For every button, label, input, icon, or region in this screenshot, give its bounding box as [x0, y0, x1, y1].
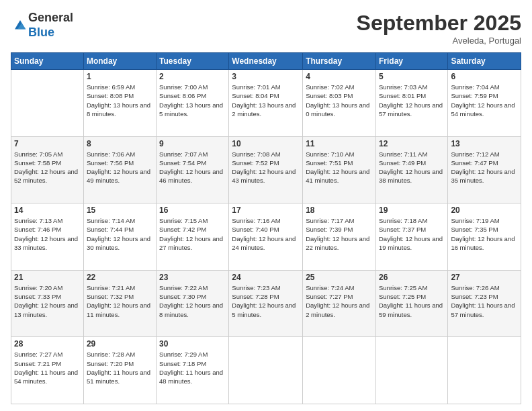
table-row: 10Sunrise: 7:08 AM Sunset: 7:52 PM Dayli…	[229, 136, 303, 203]
day-info: Sunrise: 7:25 AM Sunset: 7:25 PM Dayligh…	[379, 283, 445, 319]
table-row: 17Sunrise: 7:16 AM Sunset: 7:40 PM Dayli…	[229, 203, 303, 271]
day-number: 6	[451, 72, 518, 81]
day-info: Sunrise: 7:22 AM Sunset: 7:30 PM Dayligh…	[159, 283, 226, 319]
day-info: Sunrise: 7:14 AM Sunset: 7:44 PM Dayligh…	[87, 216, 153, 252]
day-info: Sunrise: 7:01 AM Sunset: 8:04 PM Dayligh…	[232, 83, 300, 118]
logo: General Blue	[11, 11, 73, 40]
day-info: Sunrise: 7:16 AM Sunset: 7:40 PM Dayligh…	[232, 216, 300, 252]
table-row: 13Sunrise: 7:12 AM Sunset: 7:47 PM Dayli…	[448, 136, 521, 203]
logo-blue: Blue	[28, 26, 54, 39]
table-row: 19Sunrise: 7:18 AM Sunset: 7:37 PM Dayli…	[375, 203, 447, 271]
table-row: 8Sunrise: 7:06 AM Sunset: 7:56 PM Daylig…	[83, 136, 156, 203]
table-row: 20Sunrise: 7:19 AM Sunset: 7:35 PM Dayli…	[448, 203, 521, 271]
day-info: Sunrise: 7:12 AM Sunset: 7:47 PM Dayligh…	[451, 150, 518, 185]
day-number: 9	[159, 139, 226, 148]
table-row: 29Sunrise: 7:28 AM Sunset: 7:20 PM Dayli…	[83, 337, 156, 404]
table-row: 1Sunrise: 6:59 AM Sunset: 8:08 PM Daylig…	[83, 70, 156, 137]
calendar-week-row: 1Sunrise: 6:59 AM Sunset: 8:08 PM Daylig…	[11, 70, 521, 137]
day-info: Sunrise: 7:27 AM Sunset: 7:21 PM Dayligh…	[14, 350, 81, 385]
day-number: 2	[159, 72, 226, 81]
table-row: 23Sunrise: 7:22 AM Sunset: 7:30 PM Dayli…	[157, 270, 229, 337]
day-info: Sunrise: 7:24 AM Sunset: 7:27 PM Dayligh…	[306, 283, 373, 319]
day-info: Sunrise: 7:08 AM Sunset: 7:52 PM Dayligh…	[232, 150, 300, 185]
day-info: Sunrise: 7:03 AM Sunset: 8:01 PM Dayligh…	[379, 83, 445, 118]
day-number: 29	[87, 339, 153, 349]
day-number: 1	[87, 72, 153, 81]
title-block: September 2025 Aveleda, Portugal	[357, 11, 521, 46]
day-info: Sunrise: 7:28 AM Sunset: 7:20 PM Dayligh…	[87, 350, 153, 385]
day-info: Sunrise: 7:21 AM Sunset: 7:32 PM Dayligh…	[87, 283, 153, 319]
day-info: Sunrise: 7:06 AM Sunset: 7:56 PM Dayligh…	[87, 150, 153, 185]
day-info: Sunrise: 7:18 AM Sunset: 7:37 PM Dayligh…	[379, 216, 445, 252]
table-row: 15Sunrise: 7:14 AM Sunset: 7:44 PM Dayli…	[83, 203, 156, 271]
calendar-week-row: 14Sunrise: 7:13 AM Sunset: 7:46 PM Dayli…	[11, 203, 521, 271]
day-number: 12	[379, 139, 445, 148]
day-info: Sunrise: 7:07 AM Sunset: 7:54 PM Dayligh…	[159, 150, 226, 185]
day-info: Sunrise: 7:13 AM Sunset: 7:46 PM Dayligh…	[14, 216, 81, 252]
col-thursday: Thursday	[303, 53, 376, 70]
page: General Blue September 2025 Aveleda, Por…	[0, 0, 532, 411]
day-number: 15	[87, 205, 153, 215]
table-row: 14Sunrise: 7:13 AM Sunset: 7:46 PM Dayli…	[11, 203, 84, 271]
table-row	[375, 337, 447, 404]
day-number: 17	[232, 205, 300, 215]
day-info: Sunrise: 7:04 AM Sunset: 7:59 PM Dayligh…	[451, 83, 518, 118]
day-info: Sunrise: 7:00 AM Sunset: 8:06 PM Dayligh…	[159, 83, 226, 118]
col-sunday: Sunday	[11, 53, 84, 70]
logo-general: General	[28, 11, 73, 24]
col-friday: Friday	[375, 53, 447, 70]
day-info: Sunrise: 7:19 AM Sunset: 7:35 PM Dayligh…	[451, 216, 518, 252]
calendar-week-row: 28Sunrise: 7:27 AM Sunset: 7:21 PM Dayli…	[11, 337, 521, 404]
day-info: Sunrise: 7:10 AM Sunset: 7:51 PM Dayligh…	[306, 150, 373, 185]
day-info: Sunrise: 7:15 AM Sunset: 7:42 PM Dayligh…	[159, 216, 226, 252]
day-info: Sunrise: 7:20 AM Sunset: 7:33 PM Dayligh…	[14, 283, 81, 319]
day-info: Sunrise: 6:59 AM Sunset: 8:08 PM Dayligh…	[87, 83, 153, 118]
day-number: 26	[379, 273, 445, 282]
day-info: Sunrise: 7:02 AM Sunset: 8:03 PM Dayligh…	[306, 83, 373, 118]
day-number: 4	[306, 72, 373, 81]
table-row: 4Sunrise: 7:02 AM Sunset: 8:03 PM Daylig…	[303, 70, 376, 137]
table-row: 11Sunrise: 7:10 AM Sunset: 7:51 PM Dayli…	[303, 136, 376, 203]
calendar-table: Sunday Monday Tuesday Wednesday Thursday…	[11, 52, 521, 404]
table-row: 28Sunrise: 7:27 AM Sunset: 7:21 PM Dayli…	[11, 337, 84, 404]
day-number: 14	[14, 205, 81, 215]
calendar-week-row: 7Sunrise: 7:05 AM Sunset: 7:58 PM Daylig…	[11, 136, 521, 203]
day-number: 21	[14, 273, 81, 282]
day-number: 3	[232, 72, 300, 81]
logo-icon	[12, 17, 28, 34]
day-number: 27	[451, 273, 518, 282]
day-info: Sunrise: 7:23 AM Sunset: 7:28 PM Dayligh…	[232, 283, 300, 319]
day-info: Sunrise: 7:29 AM Sunset: 7:18 PM Dayligh…	[159, 350, 226, 385]
day-number: 24	[232, 273, 300, 282]
table-row: 2Sunrise: 7:00 AM Sunset: 8:06 PM Daylig…	[157, 70, 229, 137]
calendar-week-row: 21Sunrise: 7:20 AM Sunset: 7:33 PM Dayli…	[11, 270, 521, 337]
location-subtitle: Aveleda, Portugal	[357, 36, 521, 46]
day-number: 16	[159, 205, 226, 215]
day-number: 8	[87, 139, 153, 148]
table-row: 7Sunrise: 7:05 AM Sunset: 7:58 PM Daylig…	[11, 136, 84, 203]
table-row: 9Sunrise: 7:07 AM Sunset: 7:54 PM Daylig…	[157, 136, 229, 203]
day-number: 22	[87, 273, 153, 282]
table-row	[303, 337, 376, 404]
table-row: 21Sunrise: 7:20 AM Sunset: 7:33 PM Dayli…	[11, 270, 84, 337]
table-row: 25Sunrise: 7:24 AM Sunset: 7:27 PM Dayli…	[303, 270, 376, 337]
table-row: 26Sunrise: 7:25 AM Sunset: 7:25 PM Dayli…	[375, 270, 447, 337]
table-row: 24Sunrise: 7:23 AM Sunset: 7:28 PM Dayli…	[229, 270, 303, 337]
day-info: Sunrise: 7:17 AM Sunset: 7:39 PM Dayligh…	[306, 216, 373, 252]
col-saturday: Saturday	[448, 53, 521, 70]
day-number: 28	[14, 339, 81, 349]
day-number: 11	[306, 139, 373, 148]
table-row	[448, 337, 521, 404]
table-row: 30Sunrise: 7:29 AM Sunset: 7:18 PM Dayli…	[157, 337, 229, 404]
day-number: 25	[306, 273, 373, 282]
logo-text: General Blue	[28, 11, 73, 40]
day-number: 13	[451, 139, 518, 148]
table-row	[11, 70, 84, 137]
header: General Blue September 2025 Aveleda, Por…	[11, 11, 521, 46]
day-number: 23	[159, 273, 226, 282]
table-row: 18Sunrise: 7:17 AM Sunset: 7:39 PM Dayli…	[303, 203, 376, 271]
col-monday: Monday	[83, 53, 156, 70]
table-row: 3Sunrise: 7:01 AM Sunset: 8:04 PM Daylig…	[229, 70, 303, 137]
day-info: Sunrise: 7:05 AM Sunset: 7:58 PM Dayligh…	[14, 150, 81, 185]
table-row: 12Sunrise: 7:11 AM Sunset: 7:49 PM Dayli…	[375, 136, 447, 203]
